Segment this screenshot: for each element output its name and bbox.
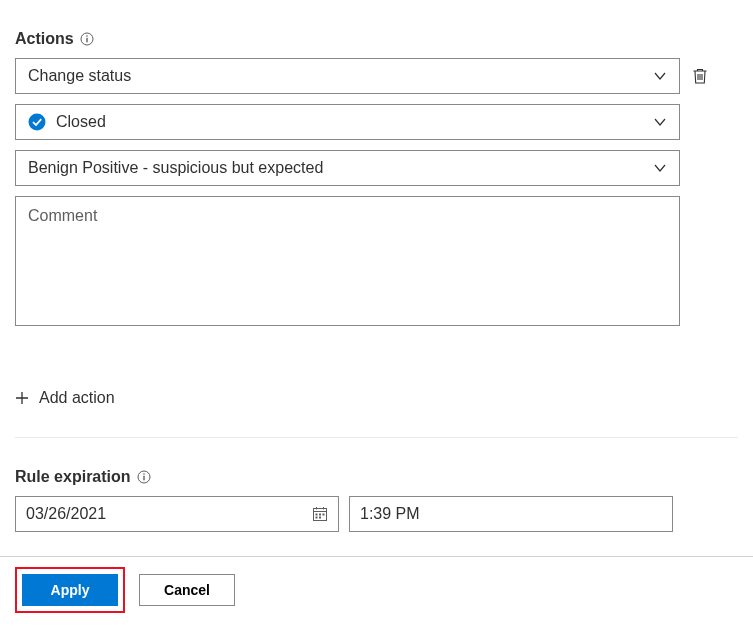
svg-rect-14: [316, 517, 318, 519]
apply-highlight: Apply: [15, 567, 125, 613]
expiration-time-value: 1:39 PM: [360, 505, 420, 523]
svg-rect-2: [86, 38, 87, 43]
svg-rect-11: [316, 514, 318, 516]
svg-point-1: [86, 35, 88, 37]
delete-icon[interactable]: [690, 66, 710, 86]
check-circle-icon: [28, 113, 46, 131]
svg-point-3: [29, 114, 46, 131]
cancel-button[interactable]: Cancel: [139, 574, 235, 606]
svg-rect-6: [143, 476, 144, 481]
apply-button[interactable]: Apply: [22, 574, 118, 606]
comment-input[interactable]: [15, 196, 680, 326]
actions-label-text: Actions: [15, 30, 74, 48]
info-icon: [80, 32, 94, 46]
footer-divider: [0, 556, 753, 557]
classification-dropdown[interactable]: Benign Positive - suspicious but expecte…: [15, 150, 680, 186]
chevron-down-icon: [653, 161, 667, 175]
expiration-time-input[interactable]: 1:39 PM: [349, 496, 673, 532]
chevron-down-icon: [653, 69, 667, 83]
actions-label: Actions: [15, 30, 738, 48]
info-icon: [137, 470, 151, 484]
add-action-label: Add action: [39, 389, 115, 407]
expiration-label: Rule expiration: [15, 468, 738, 486]
calendar-icon: [312, 506, 328, 522]
plus-icon: [15, 391, 29, 405]
divider: [15, 437, 738, 438]
status-dropdown[interactable]: Closed: [15, 104, 680, 140]
expiration-date-value: 03/26/2021: [26, 505, 106, 523]
svg-rect-12: [319, 514, 321, 516]
svg-rect-13: [323, 514, 325, 516]
status-value: Closed: [56, 113, 106, 131]
classification-value: Benign Positive - suspicious but expecte…: [28, 159, 323, 177]
chevron-down-icon: [653, 115, 667, 129]
svg-point-5: [143, 473, 145, 475]
expiration-date-input[interactable]: 03/26/2021: [15, 496, 339, 532]
action-type-value: Change status: [28, 67, 131, 85]
expiration-label-text: Rule expiration: [15, 468, 131, 486]
action-type-dropdown[interactable]: Change status: [15, 58, 680, 94]
svg-rect-15: [319, 517, 321, 519]
add-action-button[interactable]: Add action: [15, 389, 738, 407]
